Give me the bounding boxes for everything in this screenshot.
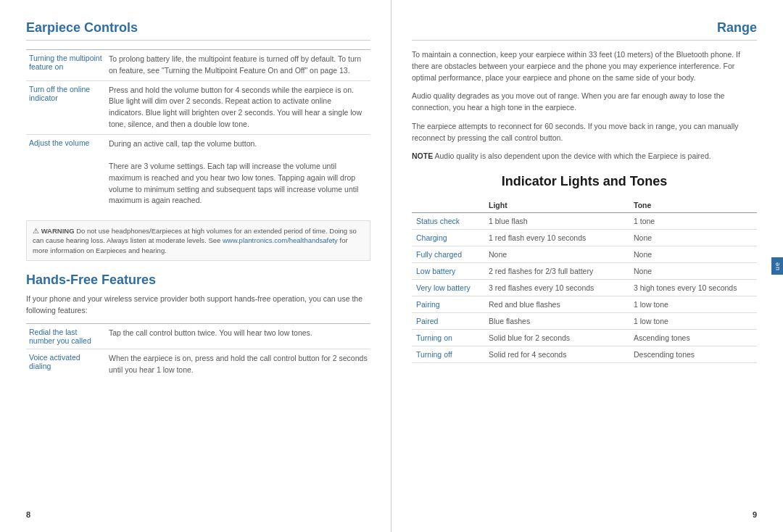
earpiece-controls-title: Earpiece Controls [26,20,370,41]
range-note-text: Audio quality is also dependent upon the… [433,151,711,160]
table-row: Turn off the online indicator Press and … [26,80,370,134]
indicator-light: Red and blue flashes [484,296,629,313]
row-desc: During an active call, tap the volume bu… [106,134,370,210]
indicator-label: Paired [412,313,484,330]
range-paragraph: Audio quality degrades as you move out o… [412,91,757,114]
indicator-light: 1 red flash every 10 seconds [484,230,629,246]
indicator-label: Low battery [412,263,484,280]
indicator-tone: Ascending tones [629,330,757,346]
indicator-label: Charging [412,230,484,246]
indicator-label: Turning off [412,346,484,363]
table-row: Very low battery 3 red flashes every 10 … [412,280,757,296]
range-paragraphs: To maintain a connection, keep your earp… [412,49,757,151]
indicator-tone: 3 high tones every 10 seconds [629,280,757,296]
table-row: Pairing Red and blue flashes 1 low tone [412,296,757,313]
range-title: Range [412,20,757,41]
indicator-tone: None [629,230,757,246]
indicator-tone: 1 low tone [629,296,757,313]
row-label: Turning the multipoint feature on [26,50,106,81]
warning-icon: ⚠ [33,227,39,235]
indicator-light: Solid red for 4 seconds [484,346,629,363]
indicator-label: Turning on [412,330,484,346]
row-label: Voice activated dialing [26,349,106,380]
indicator-light: 2 red flashes for 2/3 full battery [484,263,629,280]
indicator-tone: 1 low tone [629,313,757,330]
range-paragraph: The earpiece attempts to reconnect for 6… [412,121,757,144]
indicator-col-light: Light [484,198,629,213]
indicator-light: 1 blue flash [484,213,629,230]
indicator-title: Indicator Lights and Tones [412,174,757,189]
table-row: Charging 1 red flash every 10 seconds No… [412,230,757,246]
warning-link[interactable]: www.plantronics.com/healthandsafety [223,236,338,244]
right-page-number: 9 [753,510,757,519]
warning-box: ⚠ WARNING Do not use headphones/Earpiece… [26,220,370,261]
indicator-col-label [412,198,484,213]
table-row: Redial the last number you called Tap th… [26,324,370,349]
page-spread: Earpiece Controls Turning the multipoint… [0,0,783,532]
warning-bold: WARNING [41,227,75,235]
indicator-light: Blue flashes [484,313,629,330]
side-tab: ue [771,257,783,275]
hands-free-title: Hands-Free Features [26,273,370,288]
indicator-light: 3 red flashes every 10 seconds [484,280,629,296]
indicator-label: Pairing [412,296,484,313]
range-paragraph: To maintain a connection, keep your earp… [412,49,757,83]
left-page-number: 8 [26,510,30,519]
row-label: Redial the last number you called [26,324,106,349]
table-row: Adjust the volume During an active call,… [26,134,370,210]
table-row: Status check 1 blue flash 1 tone [412,213,757,230]
table-row: Fully charged None None [412,246,757,263]
indicator-tone: Descending tones [629,346,757,363]
indicator-light: Solid blue for 2 seconds [484,330,629,346]
earpiece-controls-table: Turning the multipoint feature on To pro… [26,49,370,210]
row-label: Turn off the online indicator [26,80,106,134]
range-note-bold: NOTE [412,151,433,160]
indicator-col-tone: Tone [629,198,757,213]
indicator-light: None [484,246,629,263]
table-row: Turning off Solid red for 4 seconds Desc… [412,346,757,363]
left-page: Earpiece Controls Turning the multipoint… [0,0,392,532]
row-desc: Press and hold the volume button for 4 s… [106,80,370,134]
table-row: Voice activated dialing When the earpiec… [26,349,370,380]
row-desc: To prolong battery life, the multipoint … [106,50,370,81]
row-label: Adjust the volume [26,134,106,210]
indicator-tone: None [629,263,757,280]
hands-free-intro: If your phone and your wireless service … [26,294,370,317]
range-note: NOTE Audio quality is also dependent upo… [412,151,757,162]
right-page: Range To maintain a connection, keep you… [392,0,783,532]
row-desc: When the earpiece is on, press and hold … [106,349,370,380]
indicator-table: Light Tone Status check 1 blue flash 1 t… [412,198,757,363]
indicator-tone: 1 tone [629,213,757,230]
table-row: Paired Blue flashes 1 low tone [412,313,757,330]
table-row: Turning the multipoint feature on To pro… [26,50,370,81]
indicator-label: Status check [412,213,484,230]
indicator-tone: None [629,246,757,263]
table-row: Turning on Solid blue for 2 seconds Asce… [412,330,757,346]
row-desc: Tap the call control button twice. You w… [106,324,370,349]
indicator-label: Fully charged [412,246,484,263]
table-row: Low battery 2 red flashes for 2/3 full b… [412,263,757,280]
indicator-label: Very low battery [412,280,484,296]
hands-free-table: Redial the last number you called Tap th… [26,323,370,380]
